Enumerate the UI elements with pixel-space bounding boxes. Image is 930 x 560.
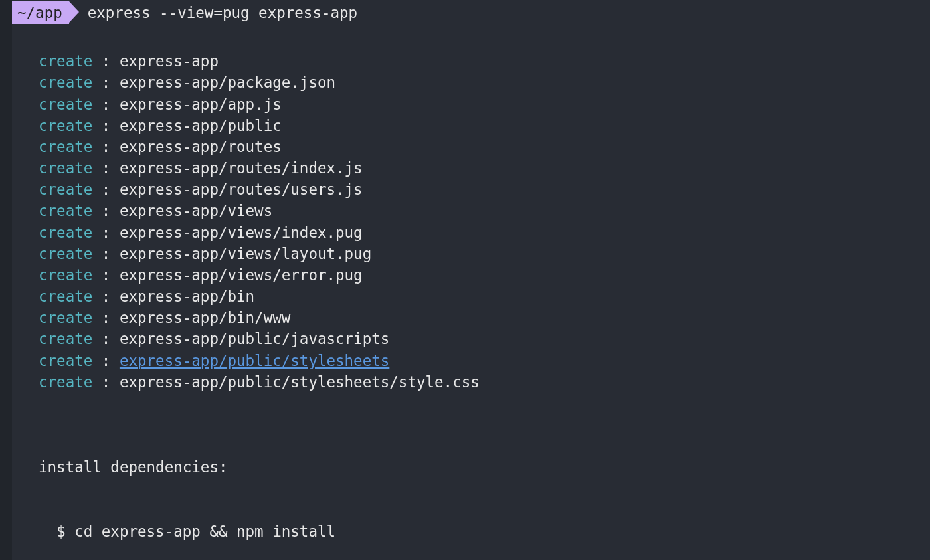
create-keyword: create [39, 181, 92, 198]
create-keyword: create [39, 117, 92, 134]
prompt-line: ~/app express --view=pug express-app [12, 1, 930, 24]
create-sep: : [92, 309, 120, 326]
create-path: express-app/views/error.pug [120, 266, 363, 284]
create-path: express-app/views [120, 202, 272, 219]
create-sep: : [92, 288, 120, 305]
create-path: express-app/bin [120, 288, 254, 305]
create-line: create : express-app/bin [39, 286, 930, 307]
create-path: express-app/package.json [120, 74, 335, 91]
editor-gutter [0, 0, 12, 560]
create-keyword: create [39, 309, 92, 326]
create-keyword: create [39, 159, 92, 177]
create-line: create : express-app/routes/users.js [39, 179, 930, 200]
create-keyword: create [39, 352, 92, 369]
create-path[interactable]: express-app/public/stylesheets [120, 352, 389, 369]
create-sep: : [92, 181, 120, 198]
create-line: create : express-app/bin/www [39, 307, 930, 328]
create-keyword: create [39, 330, 92, 347]
create-path: express-app [120, 52, 219, 70]
create-line: create : express-app/public/javascripts [39, 328, 930, 349]
create-keyword: create [39, 245, 92, 262]
create-path: express-app/views/layout.pug [120, 245, 371, 262]
blank-line [12, 29, 930, 50]
create-sep: : [92, 330, 120, 347]
create-path: express-app/routes/index.js [120, 159, 363, 177]
create-line: create : express-app/package.json [39, 72, 930, 93]
create-sep: : [92, 117, 120, 134]
create-keyword: create [39, 74, 92, 91]
create-line: create : express-app/public [39, 115, 930, 136]
create-sep: : [92, 245, 120, 262]
create-path: express-app/app.js [120, 96, 282, 113]
create-line: create : express-app/routes [39, 136, 930, 157]
create-path: express-app/bin/www [120, 309, 290, 326]
install-heading: install dependencies: [39, 456, 930, 478]
create-keyword: create [39, 266, 92, 284]
create-line: create : express-app/views/index.pug [39, 222, 930, 243]
create-path: express-app/public [120, 117, 282, 134]
create-line: create : express-app/views/layout.pug [39, 243, 930, 264]
create-sep: : [92, 202, 120, 219]
create-line: create : express-app [39, 50, 930, 72]
create-sep: : [92, 159, 120, 177]
create-sep: : [92, 138, 120, 155]
create-keyword: create [39, 288, 92, 305]
create-sep: : [92, 266, 120, 284]
create-keyword: create [39, 224, 92, 241]
create-line: create : express-app/routes/index.js [39, 157, 930, 179]
create-keyword: create [39, 96, 92, 113]
create-sep: : [92, 96, 120, 113]
create-keyword: create [39, 138, 92, 155]
create-path: express-app/routes/users.js [120, 181, 363, 198]
prompt-cwd-badge: ~/app [12, 1, 69, 24]
create-sep: : [92, 352, 120, 369]
create-sep: : [92, 224, 120, 241]
create-path: express-app/views/index.pug [120, 224, 363, 241]
install-section: install dependencies: $ cd express-app &… [12, 414, 930, 560]
create-output-block: create : express-appcreate : express-app… [12, 50, 930, 393]
terminal-view[interactable]: ~/app express --view=pug express-app cre… [12, 0, 930, 560]
create-line: create : express-app/public/stylesheets [39, 350, 930, 371]
create-sep: : [92, 74, 120, 91]
create-line: create : express-app/views [39, 200, 930, 221]
create-line: create : express-app/public/stylesheets/… [39, 371, 930, 393]
create-line: create : express-app/app.js [39, 94, 930, 115]
blank-line [12, 393, 930, 414]
create-path: express-app/public/javascripts [120, 330, 389, 347]
create-line: create : express-app/views/error.pug [39, 264, 930, 286]
typed-command: express --view=pug express-app [88, 2, 357, 23]
install-command: $ cd express-app && npm install [39, 521, 930, 542]
create-keyword: create [39, 52, 92, 70]
create-keyword: create [39, 202, 92, 219]
create-sep: : [92, 52, 120, 70]
create-path: express-app/routes [120, 138, 282, 155]
create-sep: : [92, 373, 120, 391]
create-path: express-app/public/stylesheets/style.css [120, 373, 480, 391]
create-keyword: create [39, 373, 92, 391]
